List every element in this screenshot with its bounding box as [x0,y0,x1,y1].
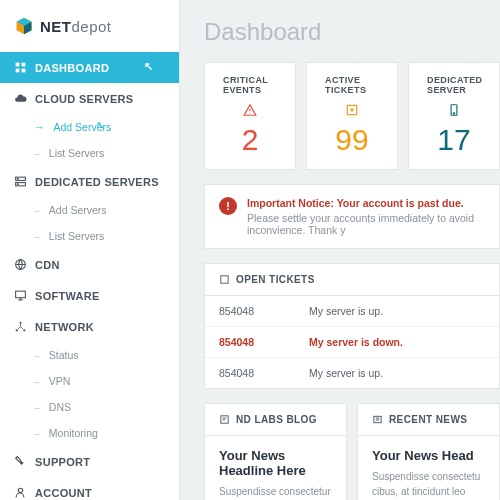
logo-icon [14,16,34,36]
nav-sub-label: List Servers [49,147,104,159]
alert-icon [243,103,257,117]
nav-cloud-add[interactable]: Add Servers ↖ [0,114,179,140]
svg-rect-6 [22,69,26,73]
card-label: Critical Events [223,75,277,95]
blog-icon [219,414,230,425]
logo[interactable]: NETdepot [0,0,179,52]
nav-dedicated-servers[interactable]: Dedicated Servers [0,166,179,197]
svg-rect-12 [16,291,26,298]
card-tickets[interactable]: Active Tickets 99 [306,62,398,170]
svg-rect-5 [16,69,20,73]
nav-label: Account [35,487,92,499]
nav-net-mon[interactable]: Monitoring [0,420,179,446]
svg-point-20 [453,113,454,114]
nav-sub-label: List Servers [49,230,104,242]
card-critical[interactable]: Critical Events 2 [204,62,296,170]
cloud-icon [14,92,27,105]
nav-sub-label: DNS [49,401,71,413]
news-panel: RECENT NEWS Your News Head Suspendisse c… [357,403,500,500]
nav-label: Cloud Servers [35,93,133,105]
ticket-id: 854048 [219,336,309,348]
ticket-icon [345,103,359,117]
panel-header: ND LABS BLOG [205,404,346,436]
list-icon [219,274,230,285]
bottom-panels: ND LABS BLOG Your News Headline Here Sus… [204,403,500,500]
nav-cloud-servers[interactable]: Cloud Servers [0,83,179,114]
ticket-row[interactable]: 854048My server is up. [205,296,499,327]
nav-label: CDN [35,259,60,271]
notice-title: Important Notice: Your account is past d… [247,197,485,209]
svg-point-10 [17,184,18,185]
card-dedicated[interactable]: Dedicated Server 17 [408,62,500,170]
nav-net-status[interactable]: Status [0,342,179,368]
news-excerpt: Suspendisse consectetu cibus, at tincidu… [372,469,485,500]
alert-circle-icon: ! [219,197,237,215]
svg-point-16 [18,488,22,492]
globe-icon [14,258,27,271]
svg-point-13 [19,322,21,324]
phone-icon [447,103,461,117]
svg-point-14 [16,329,18,331]
svg-point-15 [23,329,25,331]
svg-point-9 [17,178,18,179]
panel-title: OPEN TICKETS [236,274,315,285]
monitor-icon [14,289,27,302]
news-icon [372,414,383,425]
panel-header: OPEN TICKETS [205,264,499,296]
main: Dashboard Critical Events 2 Active Ticke… [180,0,500,500]
ticket-id: 854048 [219,305,309,317]
nav-net-vpn[interactable]: VPN [0,368,179,394]
panel-header: RECENT NEWS [358,404,499,436]
news-headline[interactable]: Your News Head [372,448,485,463]
network-icon [14,320,27,333]
nav-support[interactable]: Support [0,446,179,477]
notice-banner: ! Important Notice: Your account is past… [204,184,500,249]
cursor-icon: ↖ [144,60,153,73]
svg-rect-3 [16,63,20,67]
nav-account[interactable]: Account [0,477,179,500]
sidebar: NETdepot Dashboard ↖ Cloud Servers Add S… [0,0,180,500]
nav-label: Dashboard [35,62,109,74]
nav-software[interactable]: Software [0,280,179,311]
nav-network[interactable]: Network [0,311,179,342]
ticket-msg: My server is up. [309,367,383,379]
wrench-icon [14,455,27,468]
nav-cloud-list[interactable]: List Servers [0,140,179,166]
dashboard-icon [14,61,27,74]
nav-sub-label: Monitoring [49,427,98,439]
nav-label: Network [35,321,94,333]
svg-rect-21 [221,276,228,283]
panel-title: RECENT NEWS [389,414,467,425]
nav-sub-label: VPN [49,375,71,387]
card-value: 99 [325,123,379,157]
nav-cdn[interactable]: CDN [0,249,179,280]
nav-sub-label: Status [49,349,79,361]
nav-label: Support [35,456,90,468]
ticket-row[interactable]: 854048My server is down. [205,327,499,358]
nav-dashboard[interactable]: Dashboard ↖ [0,52,179,83]
user-icon [14,486,27,499]
svg-point-18 [351,109,353,111]
svg-rect-17 [347,105,356,114]
nav-net-dns[interactable]: DNS [0,394,179,420]
panel-title: ND LABS BLOG [236,414,317,425]
nav-sub-label: Add Servers [54,121,112,133]
page-title: Dashboard [204,18,500,46]
ticket-row[interactable]: 854048My server is up. [205,358,499,388]
notice-text: Please settle your accounts immediately … [247,212,485,236]
ticket-id: 854048 [219,367,309,379]
blog-excerpt: Suspendisse consectetur ligula vitae fau… [219,484,332,500]
ticket-msg: My server is down. [309,336,403,348]
ticket-msg: My server is up. [309,305,383,317]
nav-ded-list[interactable]: List Servers [0,223,179,249]
svg-rect-4 [22,63,26,67]
blog-headline[interactable]: Your News Headline Here [219,448,332,478]
blog-panel: ND LABS BLOG Your News Headline Here Sus… [204,403,347,500]
nav-label: Software [35,290,100,302]
stat-cards: Critical Events 2 Active Tickets 99 Dedi… [204,62,500,170]
card-label: Active Tickets [325,75,379,95]
nav-ded-add[interactable]: Add Servers [0,197,179,223]
card-value: 17 [427,123,481,157]
card-label: Dedicated Server [427,75,481,95]
nav: Dashboard ↖ Cloud Servers Add Servers ↖ … [0,52,179,500]
